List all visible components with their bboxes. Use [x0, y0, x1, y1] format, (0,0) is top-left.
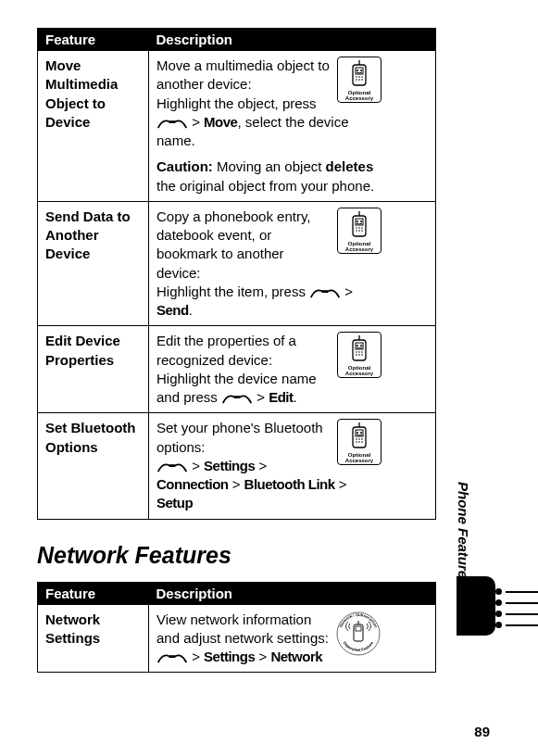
table-row: Network Settings Network / Subscription …	[38, 604, 436, 673]
desc-text: .	[189, 302, 193, 318]
svg-point-34	[361, 354, 363, 356]
phone-features-table: Feature Description Move Multimedia Obje…	[37, 28, 436, 520]
table-row: Set Bluetooth Options Optional Accessory…	[38, 413, 436, 519]
col-header-description: Description	[149, 582, 436, 604]
menu-key-icon	[221, 392, 253, 405]
desc-text: View network information and adjust netw…	[156, 611, 329, 646]
svg-point-10	[361, 79, 363, 81]
feature-cell: Move Multimedia Object to Device	[38, 51, 149, 202]
svg-point-32	[356, 354, 357, 356]
desc-text: Moving an object	[213, 158, 326, 174]
menu-item: Connection	[156, 476, 229, 492]
section-heading-network: Network Features	[37, 542, 436, 569]
menu-key-icon	[156, 460, 188, 473]
svg-point-14	[357, 220, 358, 222]
svg-point-2	[357, 69, 358, 71]
svg-point-38	[357, 432, 358, 434]
svg-point-42	[358, 438, 360, 440]
svg-point-5	[356, 76, 357, 78]
page-number: 89	[474, 724, 490, 739]
svg-point-17	[356, 227, 357, 229]
desc-text: Edit the properties of a recognized devi…	[156, 333, 296, 367]
badge-text-bottom: Dependent Feature	[343, 639, 375, 651]
desc-text: Highlight the item, press	[156, 284, 309, 299]
menu-item: Bluetooth Link	[244, 476, 335, 492]
feature-cell: Set Bluetooth Options	[38, 413, 149, 519]
svg-point-6	[358, 76, 360, 78]
side-tab-shape	[457, 576, 495, 636]
optional-accessory-badge: Optional Accessory	[337, 332, 382, 378]
badge-label: Optional Accessory	[339, 452, 380, 463]
menu-item: Setup	[156, 495, 193, 510]
feature-cell: Network Settings	[38, 604, 149, 673]
desc-text: Move a multimedia object to another devi…	[156, 57, 330, 92]
desc-text: Set your phone's Bluetooth options:	[156, 420, 323, 454]
menu-item: Settings	[204, 458, 255, 473]
svg-rect-51	[354, 624, 363, 641]
svg-point-15	[360, 220, 362, 222]
svg-point-46	[361, 441, 363, 443]
table-row: Edit Device Properties Optional Accessor…	[38, 326, 436, 413]
svg-point-19	[361, 227, 363, 229]
svg-rect-54	[169, 655, 176, 658]
gt: >	[256, 389, 265, 405]
phone-accessory-icon	[346, 334, 372, 362]
svg-text:Dependent Feature: Dependent Feature	[343, 639, 375, 651]
svg-point-39	[360, 432, 362, 434]
col-header-description: Description	[149, 29, 436, 51]
svg-point-3	[360, 69, 362, 71]
gt: >	[192, 458, 200, 473]
gt: >	[258, 649, 267, 664]
description-cell: Network / Subscription Dependent Feature…	[149, 604, 436, 673]
svg-rect-47	[169, 464, 176, 467]
table-row: Move Multimedia Object to Device Optiona…	[38, 51, 436, 202]
gt: >	[344, 284, 353, 299]
svg-rect-11	[169, 120, 176, 123]
side-tab-label: Phone Features	[456, 482, 471, 586]
svg-point-30	[358, 351, 360, 353]
desc-text: .	[294, 389, 297, 405]
caution-label: Caution:	[156, 158, 213, 174]
svg-point-44	[356, 441, 357, 443]
svg-rect-52	[356, 626, 361, 631]
svg-point-18	[358, 227, 360, 229]
feature-cell: Edit Device Properties	[38, 326, 149, 413]
svg-point-21	[358, 230, 360, 232]
phone-accessory-icon	[346, 422, 372, 449]
gt: >	[192, 114, 200, 130]
description-cell: Optional Accessory Move a multimedia obj…	[149, 51, 436, 202]
gt: >	[192, 649, 200, 664]
svg-point-8	[356, 79, 357, 81]
network-subscription-icon: Network / Subscription Dependent Feature	[335, 611, 382, 657]
svg-point-31	[361, 351, 363, 353]
menu-key-icon	[156, 117, 188, 130]
svg-rect-23	[322, 290, 329, 293]
desc-text: the original object from your phone.	[156, 178, 374, 194]
col-header-feature: Feature	[38, 582, 149, 604]
network-dependent-badge: Network / Subscription Dependent Feature	[335, 611, 382, 657]
optional-accessory-badge: Optional Accessory	[337, 419, 382, 465]
desc-text: Highlight the object, press	[156, 95, 317, 111]
network-features-table: Feature Description Network Settings Net…	[37, 582, 436, 674]
table-row: Send Data to Another Device Optional Acc…	[38, 201, 436, 326]
side-decoration	[495, 584, 538, 633]
svg-point-41	[356, 438, 357, 440]
gt: >	[232, 476, 241, 492]
svg-point-22	[361, 230, 363, 232]
badge-label: Optional Accessory	[339, 90, 380, 101]
phone-accessory-icon	[346, 210, 372, 238]
svg-point-27	[360, 345, 362, 346]
emphasis: deletes	[326, 158, 374, 174]
description-cell: Optional Accessory Edit the properties o…	[149, 326, 436, 413]
badge-label: Optional Accessory	[339, 241, 380, 252]
svg-point-33	[358, 354, 360, 356]
menu-key-icon	[156, 651, 188, 664]
menu-item: Move	[204, 114, 237, 130]
feature-cell: Send Data to Another Device	[38, 201, 149, 326]
optional-accessory-badge: Optional Accessory	[337, 57, 382, 103]
col-header-feature: Feature	[38, 29, 149, 51]
description-cell: Optional Accessory Set your phone's Blue…	[149, 413, 436, 519]
gt: >	[339, 476, 347, 492]
svg-point-26	[357, 345, 358, 346]
badge-label: Optional Accessory	[339, 365, 380, 376]
